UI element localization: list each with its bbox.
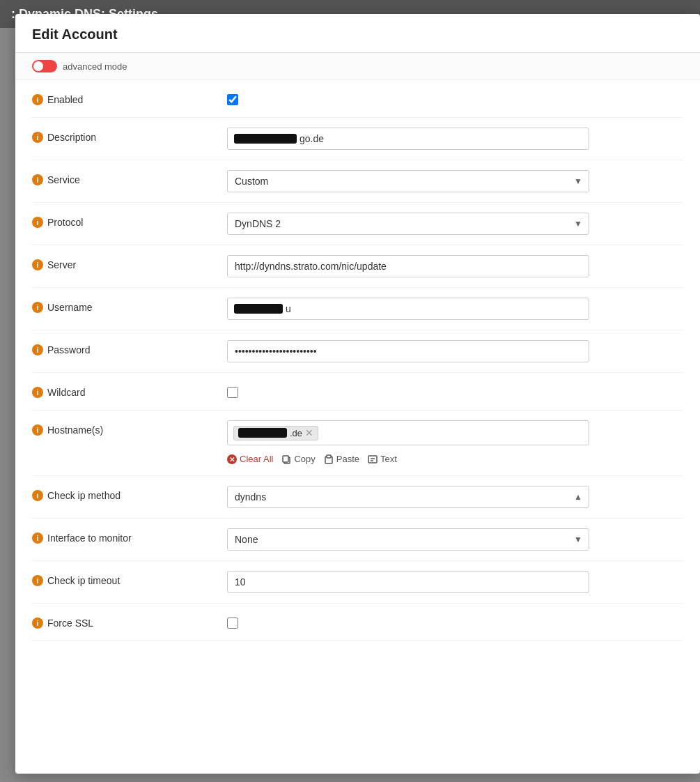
description-input[interactable] xyxy=(227,128,589,150)
text-button[interactable]: Text xyxy=(368,452,397,466)
check-ip-timeout-input[interactable] xyxy=(227,571,589,593)
check-ip-timeout-label: i Check ip timeout xyxy=(32,571,227,586)
protocol-select-wrap: DynDNS 2 DynDNS 1 noip ▼ xyxy=(227,213,589,235)
copy-button[interactable]: Copy xyxy=(281,452,315,466)
svg-rect-6 xyxy=(368,456,377,463)
check-ip-timeout-control xyxy=(227,571,683,593)
hostname-actions: ✕ Clear All Copy xyxy=(227,452,683,466)
modal-header: Edit Account xyxy=(15,14,700,53)
protocol-control: DynDNS 2 DynDNS 1 noip ▼ xyxy=(227,213,683,235)
check-ip-method-control: dyndns ifconfig disabled ▲ xyxy=(227,486,683,508)
service-info-icon: i xyxy=(32,174,43,185)
clear-all-button[interactable]: ✕ Clear All xyxy=(227,452,273,466)
service-select[interactable]: Custom dyndns noip other xyxy=(227,170,589,192)
username-input[interactable] xyxy=(227,298,589,320)
hostnames-input-wrap[interactable]: .de ✕ xyxy=(227,420,589,445)
username-row: i Username u xyxy=(32,288,683,330)
paste-button[interactable]: Paste xyxy=(324,452,359,466)
interface-monitor-info-icon: i xyxy=(32,532,43,544)
hostnames-info-icon: i xyxy=(32,424,43,436)
advanced-mode-toggle[interactable] xyxy=(32,60,57,72)
check-ip-method-row: i Check ip method dyndns ifconfig disabl… xyxy=(32,476,683,519)
username-label: i Username xyxy=(32,298,227,313)
check-ip-timeout-info-icon: i xyxy=(32,575,43,586)
service-control: Custom dyndns noip other ▼ xyxy=(227,170,683,192)
protocol-row: i Protocol DynDNS 2 DynDNS 1 noip ▼ xyxy=(32,203,683,245)
check-ip-method-info-icon: i xyxy=(32,490,43,501)
password-input[interactable] xyxy=(227,340,589,362)
svg-rect-5 xyxy=(327,455,331,458)
enabled-control xyxy=(227,90,683,105)
advanced-mode-row: advanced mode xyxy=(15,53,700,80)
password-row: i Password xyxy=(32,330,683,373)
page-background: : Dynamic DNS: Settings Edit Account adv… xyxy=(0,0,700,782)
hostnames-label: i Hostname(s) xyxy=(32,420,227,436)
svg-text:✕: ✕ xyxy=(229,456,235,463)
username-info-icon: i xyxy=(32,302,43,313)
password-info-icon: i xyxy=(32,344,43,355)
hostnames-control: .de ✕ ✕ Clear All xyxy=(227,420,683,466)
server-info-icon: i xyxy=(32,259,43,270)
protocol-select[interactable]: DynDNS 2 DynDNS 1 noip xyxy=(227,213,589,235)
enabled-label: i Enabled xyxy=(32,90,227,105)
wildcard-checkbox[interactable] xyxy=(227,387,238,398)
check-ip-method-select[interactable]: dyndns ifconfig disabled xyxy=(227,486,589,508)
interface-monitor-label: i Interface to monitor xyxy=(32,528,227,544)
force-ssl-row: i Force SSL xyxy=(32,604,683,641)
form-body: i Enabled i Description xyxy=(15,80,700,641)
enabled-row: i Enabled xyxy=(32,80,683,118)
description-control: go.de xyxy=(227,128,683,150)
interface-monitor-row: i Interface to monitor None WAN LAN ▼ xyxy=(32,519,683,561)
service-select-wrap: Custom dyndns noip other ▼ xyxy=(227,170,589,192)
description-label: i Description xyxy=(32,128,227,143)
interface-monitor-select-wrap: None WAN LAN ▼ xyxy=(227,528,589,551)
interface-monitor-control: None WAN LAN ▼ xyxy=(227,528,683,551)
check-ip-method-select-wrap: dyndns ifconfig disabled ▲ xyxy=(227,486,589,508)
svg-rect-3 xyxy=(283,456,288,462)
protocol-label: i Protocol xyxy=(32,213,227,228)
wildcard-row: i Wildcard xyxy=(32,373,683,411)
hostname-tag-suffix: .de xyxy=(290,428,302,438)
paste-icon xyxy=(324,454,334,464)
server-row: i Server xyxy=(32,245,683,288)
server-control xyxy=(227,255,683,277)
enabled-info-icon: i xyxy=(32,94,43,105)
modal-dialog: Edit Account advanced mode i Enabled i xyxy=(15,14,700,774)
force-ssl-info-icon: i xyxy=(32,618,43,629)
hostnames-row: i Hostname(s) .de ✕ xyxy=(32,411,683,476)
service-row: i Service Custom dyndns noip other ▼ xyxy=(32,160,683,203)
check-ip-method-label: i Check ip method xyxy=(32,486,227,501)
advanced-mode-label: advanced mode xyxy=(63,61,127,72)
service-label: i Service xyxy=(32,170,227,185)
text-icon xyxy=(368,454,378,464)
wildcard-control xyxy=(227,383,683,398)
server-input[interactable] xyxy=(227,255,589,277)
check-ip-timeout-row: i Check ip timeout xyxy=(32,561,683,604)
username-control: u xyxy=(227,298,683,320)
server-label: i Server xyxy=(32,255,227,270)
hostname-tag: .de ✕ xyxy=(233,426,318,440)
password-label: i Password xyxy=(32,340,227,355)
force-ssl-label: i Force SSL xyxy=(32,613,227,629)
enabled-checkbox[interactable] xyxy=(227,94,238,105)
interface-monitor-select[interactable]: None WAN LAN xyxy=(227,528,589,551)
password-control xyxy=(227,340,683,362)
description-info-icon: i xyxy=(32,132,43,143)
modal-title: Edit Account xyxy=(32,26,118,42)
hostname-tag-redacted xyxy=(238,428,287,438)
wildcard-label: i Wildcard xyxy=(32,383,227,398)
force-ssl-checkbox[interactable] xyxy=(227,618,238,629)
clear-all-icon: ✕ xyxy=(227,454,237,464)
description-row: i Description go.de xyxy=(32,118,683,160)
wildcard-info-icon: i xyxy=(32,387,43,398)
force-ssl-control xyxy=(227,613,683,629)
hostname-tag-remove[interactable]: ✕ xyxy=(305,428,313,438)
copy-icon xyxy=(281,454,291,464)
protocol-info-icon: i xyxy=(32,217,43,228)
